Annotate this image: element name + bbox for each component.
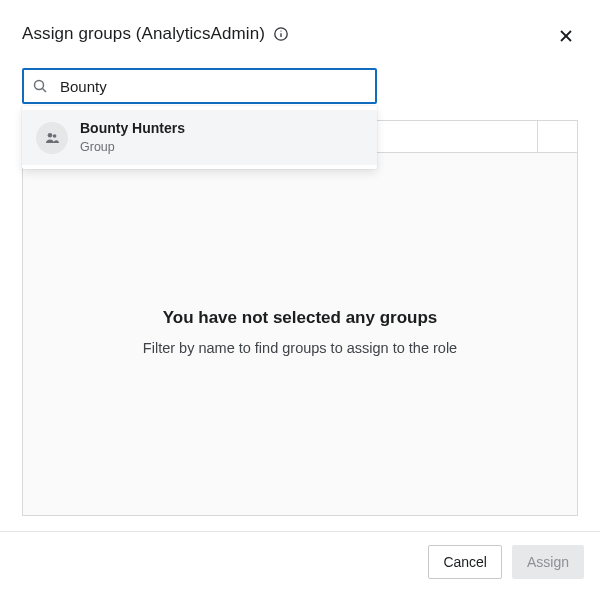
search-icon (32, 78, 48, 94)
close-icon (558, 28, 574, 44)
dropdown-item-name: Bounty Hunters (80, 120, 185, 138)
empty-state-subtitle: Filter by name to find groups to assign … (143, 338, 457, 360)
search-field: Bounty Hunters Group (22, 68, 578, 104)
close-button[interactable] (552, 22, 580, 50)
table-header-action (537, 121, 577, 152)
cancel-button[interactable]: Cancel (428, 545, 502, 579)
info-icon[interactable] (273, 26, 289, 42)
group-icon (44, 130, 60, 146)
svg-line-6 (43, 89, 47, 93)
selected-groups-table: You have not selected any groups Filter … (22, 120, 578, 516)
search-input[interactable] (22, 68, 377, 104)
empty-state-title: You have not selected any groups (163, 308, 438, 328)
svg-point-8 (53, 134, 57, 138)
empty-state: You have not selected any groups Filter … (23, 153, 577, 515)
dialog-header: Assign groups (AnalyticsAdmin) (0, 0, 600, 54)
assign-groups-dialog: Assign groups (AnalyticsAdmin) (0, 0, 600, 592)
dialog-footer: Cancel Assign (0, 531, 600, 592)
dialog-body: Bounty Hunters Group You have not select… (0, 54, 600, 531)
dialog-title: Assign groups (AnalyticsAdmin) (22, 24, 265, 44)
svg-point-5 (35, 81, 44, 90)
dropdown-item-type: Group (80, 140, 185, 156)
svg-point-2 (280, 30, 281, 31)
svg-point-7 (48, 132, 53, 137)
group-avatar (36, 122, 68, 154)
search-dropdown: Bounty Hunters Group (22, 106, 377, 169)
dropdown-item-text: Bounty Hunters Group (80, 120, 185, 155)
dropdown-item[interactable]: Bounty Hunters Group (22, 110, 377, 165)
assign-button[interactable]: Assign (512, 545, 584, 579)
